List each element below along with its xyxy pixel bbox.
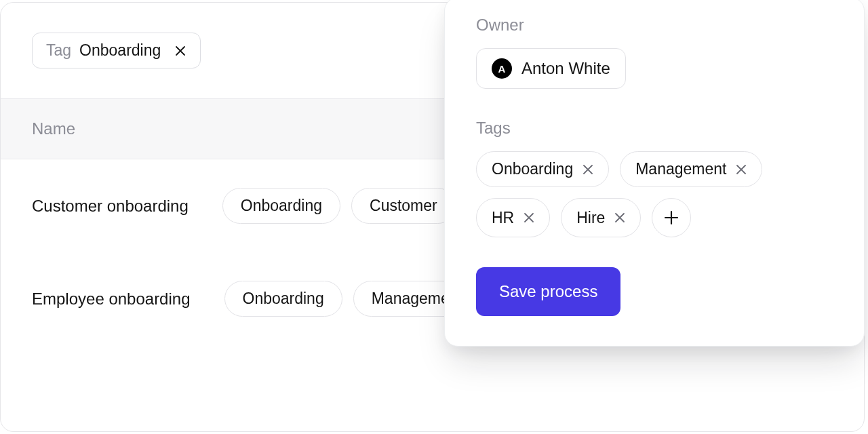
row-name: Employee onboarding xyxy=(32,290,191,309)
process-detail-panel: Owner A Anton White Tags Onboarding Mana… xyxy=(444,0,865,347)
row-name: Customer onboarding xyxy=(32,197,189,216)
close-icon[interactable] xyxy=(614,212,625,223)
owner-section-label: Owner xyxy=(476,16,833,35)
close-icon[interactable] xyxy=(583,164,593,175)
tags-section: Tags Onboarding Management HR xyxy=(476,119,833,237)
owner-name: Anton White xyxy=(521,59,610,78)
plus-icon xyxy=(664,210,679,225)
filter-chip-tag[interactable]: Tag Onboarding xyxy=(32,33,201,68)
owner-chip[interactable]: A Anton White xyxy=(476,48,626,89)
tag-chip-label: HR xyxy=(492,209,514,227)
close-icon[interactable] xyxy=(174,45,186,57)
tags-section-label: Tags xyxy=(476,119,833,138)
row-tags: Onboarding Customer xyxy=(222,188,456,224)
row-tags: Onboarding Management xyxy=(224,281,481,317)
tag-chip[interactable]: Management xyxy=(620,151,762,187)
tag-chip-label: Hire xyxy=(576,209,605,227)
tag-pill[interactable]: Onboarding xyxy=(222,188,340,224)
filter-chip-label: Tag xyxy=(46,43,71,58)
tag-chip-label: Management xyxy=(635,160,726,178)
close-icon[interactable] xyxy=(524,212,534,223)
tag-chip[interactable]: Onboarding xyxy=(476,151,609,187)
tag-pill[interactable]: Onboarding xyxy=(224,281,342,317)
add-tag-button[interactable] xyxy=(652,198,691,237)
owner-section: Owner A Anton White xyxy=(476,16,833,89)
column-header-name: Name xyxy=(32,119,75,138)
avatar: A xyxy=(492,58,512,79)
tag-chip-label: Onboarding xyxy=(492,160,573,178)
tags-wrap: Onboarding Management HR Hire xyxy=(476,151,833,237)
tag-pill[interactable]: Customer xyxy=(351,188,456,224)
close-icon[interactable] xyxy=(736,164,747,175)
tag-chip[interactable]: Hire xyxy=(561,198,641,237)
save-process-button[interactable]: Save process xyxy=(476,267,620,316)
filter-chip-value: Onboarding xyxy=(79,43,161,58)
tag-chip[interactable]: HR xyxy=(476,198,550,237)
